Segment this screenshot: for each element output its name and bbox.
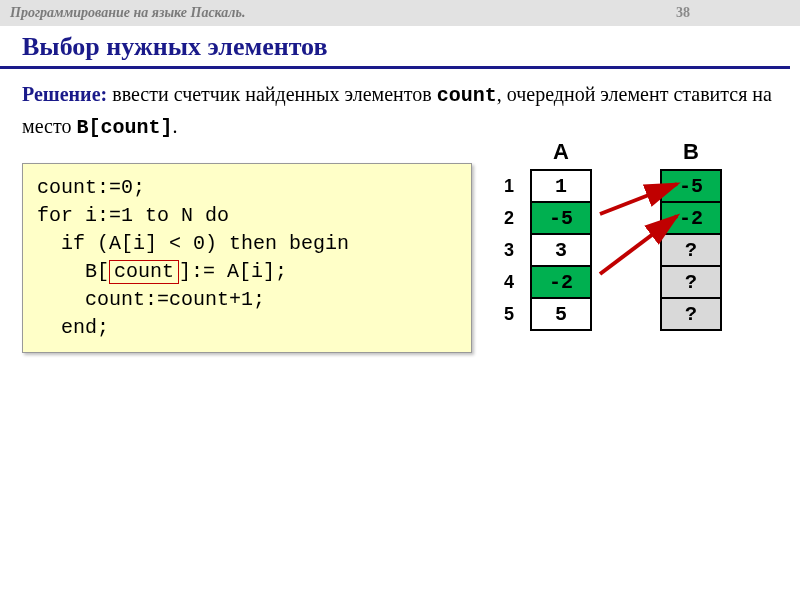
cell-a: 3: [530, 233, 592, 267]
lower-area: count:=0; for i:=1 to N do if (A[i] < 0)…: [22, 163, 778, 353]
column-b: B -5-2???: [660, 139, 722, 329]
cell-b: ?: [660, 297, 722, 331]
code-box: count:=0; for i:=1 to N do if (A[i] < 0)…: [22, 163, 472, 353]
row-index: 2: [492, 201, 516, 235]
row-index: 1: [492, 169, 516, 203]
content: Решение: ввести счетчик найденных элемен…: [0, 69, 800, 363]
index-column: . 12345: [492, 139, 516, 329]
cell-a: 5: [530, 297, 592, 331]
cell-b: -5: [660, 169, 722, 203]
row-index: 5: [492, 297, 516, 331]
cell-b: -2: [660, 201, 722, 235]
solution-text: Решение: ввести счетчик найденных элемен…: [22, 79, 778, 143]
row-index: 3: [492, 233, 516, 267]
cell-a: -5: [530, 201, 592, 235]
label-b: B: [683, 139, 699, 165]
row-index: 4: [492, 265, 516, 299]
label-a: A: [553, 139, 569, 165]
cell-b: ?: [660, 233, 722, 267]
cell-b: ?: [660, 265, 722, 299]
header-bar: Программирование на языке Паскаль. 38: [0, 0, 800, 26]
solution-label: Решение:: [22, 83, 107, 105]
tables-area: . 12345 A 1-53-25 B -5-2???: [492, 139, 722, 329]
header-title: Программирование на языке Паскаль.: [10, 5, 245, 21]
cell-a: -2: [530, 265, 592, 299]
column-a: A 1-53-25: [530, 139, 592, 329]
page-title: Выбор нужных элементов: [0, 26, 790, 69]
page-number: 38: [676, 5, 690, 21]
cell-a: 1: [530, 169, 592, 203]
count-highlight: count: [109, 260, 179, 284]
